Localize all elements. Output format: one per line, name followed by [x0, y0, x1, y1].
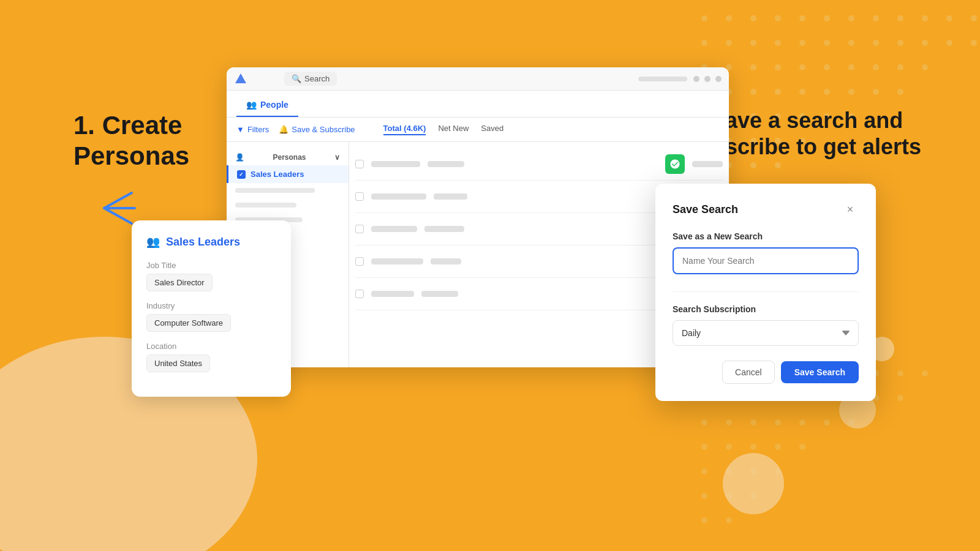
app-body: 👤 Personas ∨ ✓ Sales Leaders	[227, 142, 729, 367]
svg-point-84	[701, 419, 707, 425]
modal-header: Save Search ×	[673, 201, 859, 218]
people-icon: 👥	[246, 100, 257, 110]
svg-point-7	[873, 15, 879, 21]
row-checkbox[interactable]	[355, 257, 364, 266]
search-icon: 🔍	[292, 74, 301, 83]
svg-point-32	[897, 64, 903, 70]
svg-point-41	[873, 89, 879, 95]
row-bar-after	[692, 161, 723, 167]
svg-point-9	[922, 15, 928, 21]
svg-point-96	[701, 468, 707, 474]
location-value: United States	[146, 354, 210, 372]
titlebar-bar1	[638, 77, 687, 81]
svg-point-26	[750, 64, 756, 70]
titlebar-search-label: Search	[304, 74, 330, 83]
svg-point-0	[701, 15, 707, 21]
svg-point-87	[775, 419, 781, 425]
svg-point-39	[824, 89, 830, 95]
svg-point-10	[946, 15, 952, 21]
svg-point-73	[897, 370, 903, 377]
svg-point-36	[750, 89, 756, 95]
svg-line-105	[104, 193, 132, 208]
nav-tab-people[interactable]: 👥 People	[236, 94, 298, 117]
table-row[interactable]	[355, 148, 723, 181]
nav-tab-people-label: People	[260, 100, 288, 110]
filters-button[interactable]: ▼ Filters	[236, 125, 269, 134]
step1-label: 1. Create Personas	[74, 110, 189, 172]
svg-point-42	[897, 89, 903, 95]
row-name-bar	[371, 161, 420, 167]
save-subscribe-button[interactable]: 🔔 Save & Subscribe	[279, 125, 355, 134]
svg-point-94	[775, 444, 781, 450]
app-toolbar: ▼ Filters 🔔 Save & Subscribe Total (4.6K…	[227, 118, 729, 142]
svg-point-15	[775, 40, 781, 46]
modal-title: Save Search	[673, 203, 738, 216]
svg-point-27	[775, 64, 781, 70]
svg-point-83	[897, 395, 903, 401]
app-titlebar: 🔍 Search	[227, 67, 729, 91]
persona-field-industry: Industry Computer Software	[146, 301, 276, 342]
svg-point-29	[824, 64, 830, 70]
filter-icon: ▼	[236, 125, 244, 134]
svg-point-13	[726, 40, 732, 46]
svg-point-57	[750, 162, 756, 168]
location-label: Location	[146, 342, 276, 351]
row-detail-bar	[421, 291, 458, 297]
svg-point-5	[824, 15, 830, 21]
svg-point-3	[775, 15, 781, 21]
svg-point-30	[848, 64, 854, 70]
persona-field-location: Location United States	[146, 342, 276, 382]
modal-close-button[interactable]: ×	[842, 201, 859, 218]
save-search-button[interactable]: Save Search	[781, 361, 859, 383]
cancel-button[interactable]: Cancel	[722, 361, 775, 384]
svg-point-103	[701, 517, 707, 523]
svg-point-21	[922, 40, 928, 46]
app-window: 🔍 Search 👥 People ▼ Filters 🔔 Save & Sub…	[227, 67, 729, 367]
row-checkbox[interactable]	[355, 290, 364, 298]
save-subscribe-label: Save & Subscribe	[292, 125, 355, 134]
row-logo-green	[665, 154, 685, 174]
svg-point-14	[750, 40, 756, 46]
titlebar-dot-3	[715, 76, 722, 82]
svg-point-88	[799, 419, 805, 425]
svg-point-91	[701, 444, 707, 450]
svg-point-6	[848, 15, 854, 21]
subscription-select[interactable]: Daily Weekly Never	[673, 320, 859, 346]
svg-point-16	[799, 40, 805, 46]
svg-point-28	[799, 64, 805, 70]
row-detail-bar	[424, 226, 464, 232]
svg-point-86	[750, 419, 756, 425]
row-name-bar	[371, 291, 414, 297]
svg-point-4	[799, 15, 805, 21]
svg-point-8	[897, 15, 903, 21]
toolbar-tabs: Total (4.6K) Net New Saved	[383, 124, 504, 135]
search-name-input[interactable]	[673, 247, 859, 274]
sidebar-item-sales-leaders[interactable]: ✓ Sales Leaders	[227, 165, 349, 183]
personas-icon: 👤	[235, 153, 244, 162]
row-checkbox[interactable]	[355, 160, 364, 168]
row-checkbox[interactable]	[355, 225, 364, 233]
cream-circle-large	[723, 453, 784, 514]
close-icon: ×	[847, 203, 854, 216]
app-nav: 👥 People	[227, 91, 729, 118]
tab-net-new[interactable]: Net New	[438, 124, 469, 135]
svg-point-104	[726, 517, 732, 523]
row-detail-bar	[431, 258, 461, 264]
chevron-icon: ∨	[334, 153, 340, 162]
svg-point-74	[922, 370, 928, 377]
svg-point-19	[873, 40, 879, 46]
svg-point-37	[775, 89, 781, 95]
persona-card: 👥 Sales Leaders Job Title Sales Director…	[132, 220, 291, 397]
sidebar-section-title-personas[interactable]: 👤 Personas ∨	[235, 153, 340, 162]
tab-saved[interactable]: Saved	[481, 124, 503, 135]
sidebar-section-personas: 👤 Personas ∨	[227, 149, 349, 165]
titlebar-search-bar[interactable]: 🔍 Search	[284, 72, 337, 86]
row-name-bar	[371, 193, 426, 200]
svg-point-100	[701, 493, 707, 499]
tab-total[interactable]: Total (4.6K)	[383, 124, 426, 135]
filters-label: Filters	[247, 125, 269, 134]
industry-value: Computer Software	[146, 314, 231, 332]
job-title-value: Sales Director	[146, 274, 213, 291]
modal-section2-title: Search Subscription	[673, 304, 859, 314]
row-checkbox[interactable]	[355, 192, 364, 201]
